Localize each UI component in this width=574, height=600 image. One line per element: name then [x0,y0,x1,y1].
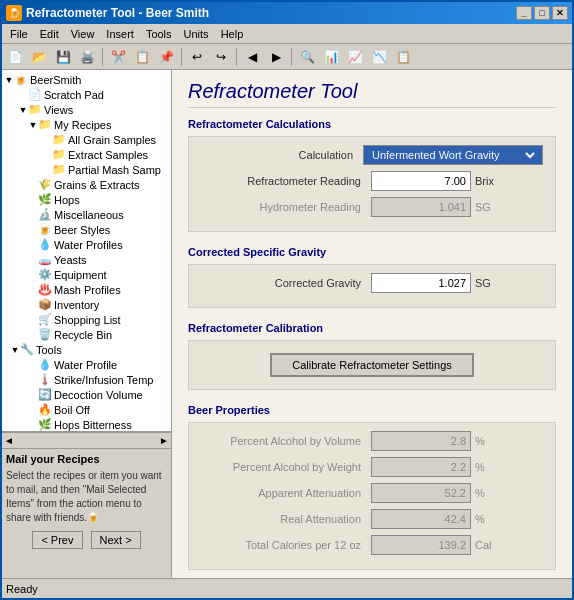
tree-item-mash-profiles[interactable]: ♨️ Mash Profiles [4,282,169,297]
scratch-pad-icon: 📄 [28,88,42,101]
menu-help[interactable]: Help [215,26,250,42]
copy-button[interactable]: 📋 [131,46,153,68]
minimize-button[interactable]: _ [516,6,532,20]
tree-item-inventory[interactable]: 📦 Inventory [4,297,169,312]
page-title: Refractometer Tool [188,80,556,108]
tree-label: Miscellaneous [54,209,124,221]
tree-item-misc[interactable]: 🔬 Miscellaneous [4,207,169,222]
extract-icon: 📁 [52,148,66,161]
calculation-select[interactable]: Unfermented Wort Gravity Fermented Wort [368,148,538,162]
forward-button[interactable]: ▶ [265,46,287,68]
tree-item-hops[interactable]: 🌿 Hops [4,192,169,207]
find-button[interactable]: 🔍 [296,46,318,68]
expand-icon: ▼ [28,120,38,130]
tree-item-yeasts[interactable]: 🧫 Yeasts [4,252,169,267]
tree-item-strike-temp[interactable]: 🌡️ Strike/Infusion Temp [4,372,169,387]
toolbar: 📄 📂 💾 🖨️ ✂️ 📋 📌 ↩ ↪ ◀ ▶ 🔍 📊 📈 📉 📋 [2,44,572,70]
tool2-button[interactable]: 📈 [344,46,366,68]
tree-item-views[interactable]: ▼ 📁 Views [4,102,169,117]
menu-units[interactable]: Units [178,26,215,42]
tree-label: Inventory [54,299,99,311]
tree-item-boiloff[interactable]: 🔥 Boil Off [4,402,169,417]
main-area: ▼ 🍺 BeerSmith 📄 Scratch Pad ▼ 📁 Views ▼ … [2,70,572,578]
tree-item-extract[interactable]: 📁 Extract Samples [4,147,169,162]
undo-button[interactable]: ↩ [186,46,208,68]
maximize-button[interactable]: □ [534,6,550,20]
scroll-right-arrow[interactable]: ► [159,435,169,446]
yeasts-icon: 🧫 [38,253,52,266]
tool1-button[interactable]: 📊 [320,46,342,68]
apparent-atten-label: Apparent Attenuation [201,487,371,499]
reading-input[interactable] [371,171,471,191]
menu-edit[interactable]: Edit [34,26,65,42]
tree-label: All Grain Samples [68,134,156,146]
menu-file[interactable]: File [4,26,34,42]
tree-area[interactable]: ▼ 🍺 BeerSmith 📄 Scratch Pad ▼ 📁 Views ▼ … [2,70,171,432]
new-button[interactable]: 📄 [4,46,26,68]
prev-button[interactable]: < Prev [32,531,82,549]
tree-item-grains[interactable]: 🌾 Grains & Extracts [4,177,169,192]
apparent-atten-unit: % [475,487,485,499]
tree-item-tools[interactable]: ▼ 🔧 Tools [4,342,169,357]
tool3-button[interactable]: 📉 [368,46,390,68]
inventory-icon: 📦 [38,298,52,311]
reading-unit: Brix [475,175,494,187]
toolbar-separator-1 [102,48,103,66]
panel-scroll: ◄ ► [2,432,171,448]
hydrometer-row: Hydrometer Reading SG [201,197,543,217]
tree-item-beer-styles[interactable]: 🍺 Beer Styles [4,222,169,237]
tree-item-shopping[interactable]: 🛒 Shopping List [4,312,169,327]
tools-icon: 🔧 [20,343,34,356]
paste-button[interactable]: 📌 [155,46,177,68]
tree-item-hops-bitterness[interactable]: 🌿 Hops Bitterness [4,417,169,432]
menu-insert[interactable]: Insert [100,26,140,42]
calculation-dropdown[interactable]: Unfermented Wort Gravity Fermented Wort [363,145,543,165]
window-title: Refractometer Tool - Beer Smith [26,6,209,20]
reading-label: Refractometer Reading [201,175,371,187]
real-atten-input [371,509,471,529]
open-button[interactable]: 📂 [28,46,50,68]
tree-item-partial-mash[interactable]: 📁 Partial Mash Samp [4,162,169,177]
apparent-atten-input [371,483,471,503]
tree-label: Hops [54,194,80,206]
tree-item-equipment[interactable]: ⚙️ Equipment [4,267,169,282]
redo-button[interactable]: ↪ [210,46,232,68]
toolbar-separator-3 [236,48,237,66]
calibration-title: Refractometer Calibration [188,322,556,334]
tree-item-recycle[interactable]: 🗑️ Recycle Bin [4,327,169,342]
tree-item-decoction[interactable]: 🔄 Decoction Volume [4,387,169,402]
tree-label: Yeasts [54,254,87,266]
tree-item-water-profile[interactable]: 💧 Water Profile [4,357,169,372]
next-button[interactable]: Next > [91,531,141,549]
tree-item-scratch-pad[interactable]: 📄 Scratch Pad [4,87,169,102]
tree-label: Views [44,104,73,116]
corrected-gravity-input[interactable] [371,273,471,293]
close-button[interactable]: ✕ [552,6,568,20]
cut-button[interactable]: ✂️ [107,46,129,68]
beer-properties-section: Beer Properties Percent Alcohol by Volum… [188,404,556,570]
app-icon: 🍺 [6,5,22,21]
menu-view[interactable]: View [65,26,101,42]
expand-icon: ▼ [4,75,14,85]
scroll-left-arrow[interactable]: ◄ [4,435,14,446]
save-button[interactable]: 💾 [52,46,74,68]
tool4-button[interactable]: 📋 [392,46,414,68]
tree-item-all-grain[interactable]: 📁 All Grain Samples [4,132,169,147]
tree-label: BeerSmith [30,74,81,86]
abv-unit: % [475,435,485,447]
misc-icon: 🔬 [38,208,52,221]
tree-item-water-profiles[interactable]: 💧 Water Profiles [4,237,169,252]
abw-input [371,457,471,477]
tree-item-my-recipes[interactable]: ▼ 📁 My Recipes [4,117,169,132]
tree-label: Water Profile [54,359,117,371]
menu-tools[interactable]: Tools [140,26,178,42]
tree-item-beersmith[interactable]: ▼ 🍺 BeerSmith [4,72,169,87]
tree-label: Equipment [54,269,107,281]
calibrate-button[interactable]: Calibrate Refractometer Settings [270,353,474,377]
hydrometer-input [371,197,471,217]
beer-prop-row-3: Real Attenuation % [201,509,543,529]
expand-icon: ▼ [10,345,20,355]
back-button[interactable]: ◀ [241,46,263,68]
print-button[interactable]: 🖨️ [76,46,98,68]
refractometer-calculations-title: Refractometer Calculations [188,118,556,130]
